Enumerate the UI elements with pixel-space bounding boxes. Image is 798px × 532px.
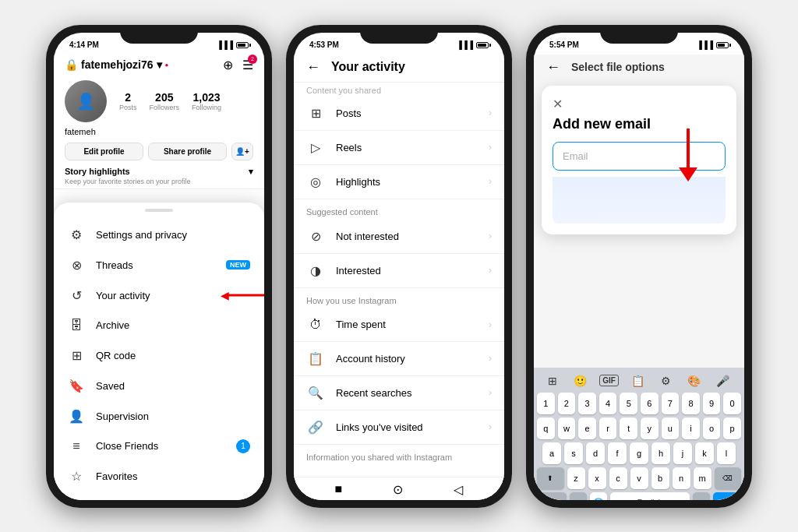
key-r[interactable]: r bbox=[599, 417, 617, 439]
kb-grid-icon[interactable]: ⊞ bbox=[544, 372, 561, 389]
key-4[interactable]: 4 bbox=[599, 393, 617, 414]
nav-back-2[interactable]: ◁ bbox=[454, 482, 463, 497]
key-t[interactable]: t bbox=[620, 417, 637, 439]
key-j[interactable]: j bbox=[673, 442, 692, 464]
menu-item-close-friends[interactable]: ≡ Close Friends 1 bbox=[54, 432, 264, 461]
profile-section: 👤 2 Posts 205 Followers 1,023 Following bbox=[54, 76, 264, 127]
key-y[interactable]: y bbox=[641, 417, 659, 439]
modal-spacer bbox=[553, 177, 726, 224]
menu-icon[interactable]: ☰ 2 bbox=[242, 58, 253, 72]
key-w[interactable]: w bbox=[558, 417, 576, 439]
key-period[interactable]: . bbox=[693, 492, 710, 500]
key-comma[interactable]: , bbox=[570, 492, 587, 500]
key-i[interactable]: i bbox=[682, 417, 700, 439]
section-info-shared: Information you shared with Instagram bbox=[294, 445, 504, 465]
modal-close-button[interactable]: ✕ bbox=[553, 97, 726, 111]
nav-back[interactable]: ◁ bbox=[214, 498, 223, 500]
key-0[interactable]: 0 bbox=[723, 393, 741, 414]
share-profile-button[interactable]: Share profile bbox=[148, 143, 227, 160]
key-k[interactable]: k bbox=[695, 442, 714, 464]
key-d[interactable]: d bbox=[586, 442, 605, 464]
key-1[interactable]: 1 bbox=[537, 393, 555, 414]
new-badge: NEW bbox=[226, 260, 250, 270]
nav-square: ■ bbox=[95, 498, 103, 500]
key-q[interactable]: q bbox=[537, 417, 555, 439]
activity-not-interested[interactable]: ⊘ Not interested › bbox=[294, 220, 504, 254]
kb-settings-icon[interactable]: ⚙ bbox=[657, 372, 675, 389]
saved-icon: 🔖 bbox=[68, 379, 85, 393]
menu-item-saved[interactable]: 🔖 Saved bbox=[54, 371, 264, 401]
menu-item-favorites[interactable]: ☆ Favorites bbox=[54, 461, 264, 491]
activity-interested[interactable]: ◑ Interested › bbox=[294, 254, 504, 288]
key-h[interactable]: h bbox=[651, 442, 670, 464]
activity-posts[interactable]: ⊞ Posts › bbox=[294, 97, 504, 131]
keyboard-number-row: 1 2 3 4 5 6 7 8 9 0 bbox=[537, 393, 741, 414]
stat-following: 1,023 Following bbox=[192, 91, 221, 111]
nav-home[interactable]: ⊙ bbox=[153, 498, 163, 500]
key-8[interactable]: 8 bbox=[682, 393, 700, 414]
key-9[interactable]: 9 bbox=[703, 393, 721, 414]
key-u[interactable]: u bbox=[662, 417, 680, 439]
phone3-header: ← Select file options bbox=[534, 55, 744, 82]
key-123[interactable]: ?123 bbox=[540, 492, 567, 500]
key-done[interactable]: ✓ bbox=[713, 492, 738, 500]
key-z[interactable]: z bbox=[567, 467, 585, 489]
activity-account-history[interactable]: 📋 Account history › bbox=[294, 342, 504, 376]
highlights-section: Story highlights ▾ Keep your favorite st… bbox=[54, 164, 264, 189]
activity-time-spent[interactable]: ⏱ Time spent › bbox=[294, 308, 504, 342]
key-6[interactable]: 6 bbox=[641, 393, 659, 414]
back-button-2[interactable]: ← bbox=[306, 59, 320, 76]
key-globe-icon[interactable]: 🌐 bbox=[590, 492, 607, 500]
chevron-reels: › bbox=[489, 142, 492, 153]
add-person-button[interactable]: 👤+ bbox=[231, 143, 253, 160]
key-o[interactable]: o bbox=[703, 417, 721, 439]
activity-reels[interactable]: ▷ Reels › bbox=[294, 131, 504, 165]
avatar: 👤 bbox=[65, 80, 107, 122]
time-2: 4:53 PM bbox=[309, 41, 339, 49]
key-v[interactable]: v bbox=[630, 467, 648, 489]
menu-item-threads[interactable]: ⊗ Threads NEW bbox=[54, 250, 264, 280]
key-g[interactable]: g bbox=[630, 442, 648, 464]
activity-links-visited[interactable]: 🔗 Links you've visited › bbox=[294, 410, 504, 445]
menu-item-qrcode[interactable]: ⊞ QR code bbox=[54, 340, 264, 371]
menu-item-archive[interactable]: 🗄 Archive bbox=[54, 311, 264, 340]
key-c[interactable]: c bbox=[609, 467, 627, 489]
key-b[interactable]: b bbox=[651, 467, 669, 489]
kb-clipboard-icon[interactable]: 📋 bbox=[627, 372, 648, 389]
edit-profile-button[interactable]: Edit profile bbox=[65, 143, 143, 160]
key-backspace[interactable]: ⌫ bbox=[715, 467, 742, 489]
key-n[interactable]: n bbox=[673, 467, 690, 489]
menu-item-supervision[interactable]: 👤 Supervision bbox=[54, 401, 264, 432]
nav-home-2[interactable]: ⊙ bbox=[393, 482, 403, 497]
add-icon[interactable]: ⊕ bbox=[223, 58, 233, 72]
key-e[interactable]: e bbox=[578, 417, 596, 439]
key-x[interactable]: x bbox=[588, 467, 606, 489]
key-7[interactable]: 7 bbox=[662, 393, 680, 414]
time-3: 5:54 PM bbox=[549, 41, 579, 49]
key-a[interactable]: a bbox=[542, 442, 561, 464]
key-3[interactable]: 3 bbox=[578, 393, 596, 414]
key-s[interactable]: s bbox=[564, 442, 583, 464]
kb-mic-icon[interactable]: 🎤 bbox=[712, 372, 733, 389]
menu-item-settings[interactable]: ⚙ Settings and privacy bbox=[54, 220, 264, 250]
key-shift[interactable]: ⬆ bbox=[537, 467, 564, 489]
highlights-header: Story highlights ▾ bbox=[65, 167, 253, 177]
kb-emoji-icon[interactable]: 🙂 bbox=[570, 372, 591, 389]
threads-icon: ⊗ bbox=[68, 258, 85, 273]
key-p[interactable]: p bbox=[723, 417, 741, 439]
kb-sticker-icon[interactable]: 🎨 bbox=[683, 372, 704, 389]
key-m[interactable]: m bbox=[694, 467, 711, 489]
key-f[interactable]: f bbox=[608, 442, 627, 464]
activity-highlights[interactable]: ◎ Highlights › bbox=[294, 165, 504, 199]
key-space[interactable]: English bbox=[610, 492, 690, 500]
key-2[interactable]: 2 bbox=[558, 393, 576, 414]
activity-recent-searches[interactable]: 🔍 Recent searches › bbox=[294, 376, 504, 410]
back-button-3[interactable]: ← bbox=[546, 59, 560, 76]
kb-gif-icon[interactable]: GIF bbox=[599, 375, 619, 386]
key-5[interactable]: 5 bbox=[620, 393, 637, 414]
chevron-interested: › bbox=[489, 265, 492, 276]
signal-icon: ▐▐▐ bbox=[217, 41, 233, 49]
email-input[interactable]: Email bbox=[553, 142, 726, 171]
menu-item-your-activity[interactable]: ↺ Your activity ◀ bbox=[54, 280, 264, 311]
key-l[interactable]: l bbox=[717, 442, 736, 464]
